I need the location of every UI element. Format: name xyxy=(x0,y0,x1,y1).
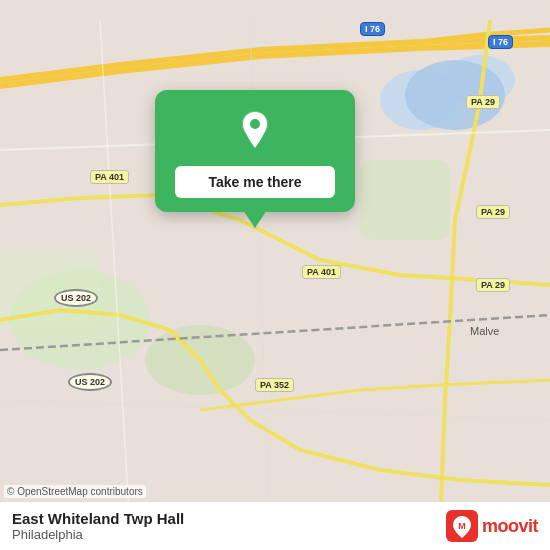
road-badge-pa352: PA 352 xyxy=(255,378,294,392)
road-badge-pa401-left: PA 401 xyxy=(90,170,129,184)
road-badge-pa29-mid: PA 29 xyxy=(476,205,510,219)
svg-point-16 xyxy=(250,119,260,129)
road-badge-pa401-right: PA 401 xyxy=(302,265,341,279)
road-badge-us202-top: US 202 xyxy=(54,289,98,307)
bottom-bar: East Whiteland Twp Hall Philadelphia M m… xyxy=(0,501,550,550)
location-subtitle: Philadelphia xyxy=(12,527,184,542)
road-badge-pa29-top: PA 29 xyxy=(466,95,500,109)
popup-card: Take me there xyxy=(155,90,355,212)
moovit-icon: M xyxy=(446,510,478,542)
map-container: Malve I 76 I 76 PA 29 PA 29 PA 29 PA 401… xyxy=(0,0,550,550)
location-title: East Whiteland Twp Hall xyxy=(12,510,184,527)
svg-rect-6 xyxy=(360,160,450,240)
road-badge-i76-right: I 76 xyxy=(488,35,513,49)
location-pin-icon xyxy=(233,108,277,152)
map-attribution: © OpenStreetMap contributors xyxy=(4,485,146,498)
svg-text:M: M xyxy=(458,521,466,531)
road-badge-pa29-bot: PA 29 xyxy=(476,278,510,292)
moovit-text: moovit xyxy=(482,516,538,537)
road-badge-us202-bot: US 202 xyxy=(68,373,112,391)
moovit-logo: M moovit xyxy=(446,510,538,542)
take-me-there-button[interactable]: Take me there xyxy=(175,166,335,198)
bottom-bar-info: East Whiteland Twp Hall Philadelphia xyxy=(12,510,184,542)
road-badge-i76-left: I 76 xyxy=(360,22,385,36)
svg-text:Malve: Malve xyxy=(470,325,499,337)
